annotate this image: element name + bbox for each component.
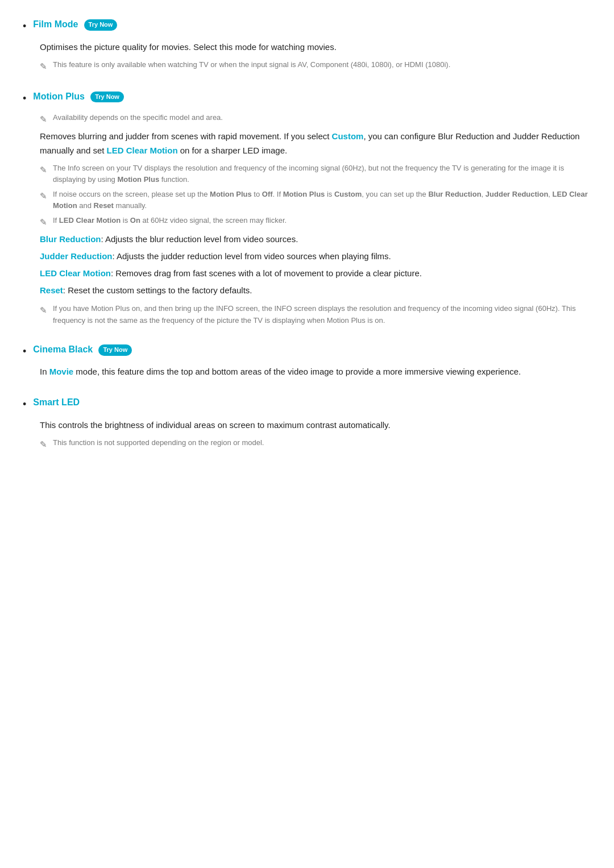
film-mode-note-text-0: This feature is only available when watc… bbox=[53, 59, 450, 70]
led-clear-motion-term: LED Clear Motion bbox=[40, 268, 111, 278]
film-mode-title: Film Mode bbox=[33, 19, 78, 29]
blur-reduction-term: Blur Reduction bbox=[40, 234, 101, 244]
cinema-black-title: Cinema Black bbox=[33, 344, 93, 354]
bullet-dot-motion-plus: • bbox=[23, 90, 26, 107]
smart-led-note-text-0: This function is not supported depending… bbox=[53, 437, 264, 448]
reset-bold: Reset bbox=[94, 201, 114, 210]
motion-plus-bold-ref-0: Motion Plus bbox=[117, 175, 159, 184]
pencil-icon-mp-extra: ✎ bbox=[40, 304, 47, 317]
definition-judder-reduction: Judder Reduction: Adjusts the judder red… bbox=[40, 250, 591, 263]
motion-plus-note-text-2: If LED Clear Motion is On at 60Hz video … bbox=[53, 215, 287, 226]
movie-link: Movie bbox=[49, 367, 74, 376]
definition-blur-reduction: Blur Reduction: Adjusts the blur reducti… bbox=[40, 232, 591, 246]
led-clear-motion-bold-2: LED Clear Motion bbox=[59, 216, 121, 225]
motion-plus-note-before-text: Availability depends on the specific mod… bbox=[53, 112, 223, 123]
pencil-icon-motion-plus-before: ✎ bbox=[40, 113, 47, 126]
motion-plus-note-0: ✎ The Info screen on your TV displays th… bbox=[40, 163, 591, 185]
smart-led-body: This controls the brightness of individu… bbox=[40, 418, 591, 433]
film-mode-body: Optimises the picture quality for movies… bbox=[40, 40, 591, 55]
cinema-black-body: In Movie mode, this feature dims the top… bbox=[40, 365, 591, 379]
motion-plus-try-now-badge[interactable]: Try Now bbox=[90, 92, 124, 103]
on-bold: On bbox=[130, 216, 140, 225]
section-film-mode: • Film Mode Try Now Optimises the pictur… bbox=[23, 17, 591, 73]
bullet-dot-smart-led: • bbox=[23, 396, 26, 413]
cinema-black-try-now-badge[interactable]: Try Now bbox=[98, 344, 132, 356]
blur-reduction-bold: Blur Reduction bbox=[428, 190, 481, 198]
section-cinema-black: • Cinema Black Try Now In Movie mode, th… bbox=[23, 342, 591, 380]
pencil-icon-mp-2: ✎ bbox=[40, 215, 47, 229]
custom-bold: Custom bbox=[334, 190, 362, 198]
section-motion-plus: • Motion Plus Try Now ✎ Availability dep… bbox=[23, 89, 591, 326]
motion-plus-body: Removes blurring and judder from scenes … bbox=[40, 130, 591, 158]
motion-plus-title: Motion Plus bbox=[33, 92, 85, 101]
motion-plus-extra-text: If you have Motion Plus on, and then bri… bbox=[53, 303, 591, 326]
motion-plus-note-text-1: If noise occurs on the screen, please se… bbox=[53, 189, 591, 211]
off-bold: Off bbox=[262, 190, 273, 198]
section-smart-led: • Smart LED This controls the brightness… bbox=[23, 395, 591, 451]
smart-led-title: Smart LED bbox=[33, 397, 80, 407]
bullet-dot-cinema-black: • bbox=[23, 343, 26, 360]
definition-reset: Reset: Reset the custom settings to the … bbox=[40, 284, 591, 297]
pencil-icon-mp-0: ✎ bbox=[40, 163, 47, 177]
custom-link: Custom bbox=[332, 131, 364, 141]
film-mode-try-now-badge[interactable]: Try Now bbox=[84, 19, 118, 31]
smart-led-note-0: ✎ This function is not supported dependi… bbox=[40, 437, 591, 451]
judder-reduction-bold: Judder Reduction bbox=[486, 190, 549, 198]
motion-plus-note-2: ✎ If LED Clear Motion is On at 60Hz vide… bbox=[40, 215, 591, 229]
motion-plus-bold-ref-1a: Motion Plus bbox=[210, 190, 252, 198]
pencil-icon-mp-1: ✎ bbox=[40, 189, 47, 203]
film-mode-note-0: ✎ This feature is only available when wa… bbox=[40, 59, 591, 73]
motion-plus-note-text-0: The Info screen on your TV displays the … bbox=[53, 163, 591, 185]
judder-reduction-term: Judder Reduction bbox=[40, 251, 113, 261]
motion-plus-bold-ref-1b: Motion Plus bbox=[283, 190, 325, 198]
led-clear-motion-link-body: LED Clear Motion bbox=[107, 146, 178, 155]
bullet-dot-film-mode: • bbox=[23, 18, 26, 35]
motion-plus-note-1: ✎ If noise occurs on the screen, please … bbox=[40, 189, 591, 211]
pencil-icon-film-mode: ✎ bbox=[40, 60, 47, 73]
definition-led-clear-motion: LED Clear Motion: Removes drag from fast… bbox=[40, 267, 591, 280]
motion-plus-note-before: ✎ Availability depends on the specific m… bbox=[40, 112, 591, 126]
reset-term: Reset bbox=[40, 285, 63, 295]
motion-plus-extra-note: ✎ If you have Motion Plus on, and then b… bbox=[40, 303, 591, 326]
pencil-icon-smart-led: ✎ bbox=[40, 438, 47, 451]
